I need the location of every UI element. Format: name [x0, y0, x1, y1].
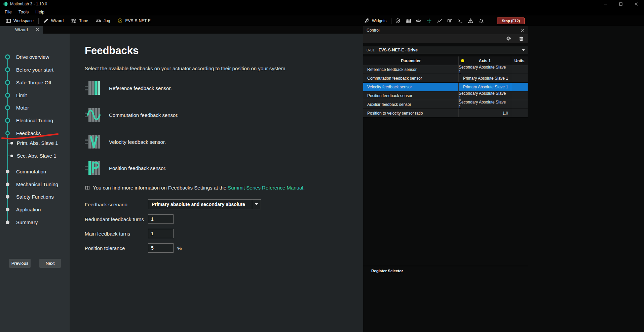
- step-todo-bullet: [6, 195, 9, 199]
- sidebar-item-motor[interactable]: Motor: [0, 103, 70, 112]
- feedback-scenario-label: Feedback scenario: [85, 202, 127, 207]
- move-arrows-icon[interactable]: [424, 16, 434, 25]
- widgets-button[interactable]: Widgets: [361, 16, 390, 25]
- info-text: You can find more information on Feedbac…: [93, 185, 305, 191]
- window-title: MotionLab 3 - 1.10.0: [10, 2, 47, 6]
- shield-check-icon[interactable]: [392, 16, 403, 25]
- sensor-label: Velocity feedback sensor.: [109, 139, 166, 145]
- gear-icon[interactable]: [503, 34, 514, 43]
- stop-button[interactable]: Stop (F12): [497, 17, 525, 24]
- chevron-down-icon: [252, 200, 261, 209]
- previous-button[interactable]: Previous: [9, 259, 31, 268]
- position-sensor-row: Position feedback sensor.: [85, 161, 166, 175]
- position-tolerance-input[interactable]: [148, 243, 174, 253]
- sidebar-item-application[interactable]: Application: [0, 205, 70, 214]
- sidebar-item-safe-torque-off[interactable]: Safe Torque Off: [0, 78, 70, 87]
- tune-button[interactable]: Tune: [67, 16, 92, 25]
- step-todo-bullet: [6, 170, 9, 173]
- sidebar-item-limit[interactable]: Limit: [0, 91, 70, 100]
- parameter-table: Parameter Axis 1 Units Reference feedbac…: [363, 56, 528, 118]
- next-button[interactable]: Next: [39, 259, 61, 268]
- redundant-turns-input[interactable]: [148, 214, 174, 224]
- menu-tools[interactable]: Tools: [15, 9, 32, 15]
- velocity-sensor-row: Velocity feedback sensor.: [85, 134, 166, 149]
- app-logo-icon: [3, 2, 8, 6]
- step-done-bullet: [5, 118, 10, 123]
- wrench-icon: [364, 18, 370, 24]
- step-done-bullet: [5, 54, 10, 59]
- maximize-button[interactable]: [613, 0, 629, 8]
- main-turns-label: Main feedback turns: [85, 231, 130, 237]
- menu-file[interactable]: File: [1, 9, 15, 15]
- table-row[interactable]: Auxiliar feedback sensor Secondary Absol…: [363, 100, 528, 109]
- table-row[interactable]: Reference feedback sensor Secondary Abso…: [363, 65, 528, 74]
- book-icon: [85, 185, 90, 191]
- table-row[interactable]: Position feedback sensor Secondary Absol…: [363, 91, 528, 100]
- sidebar-item-sec-abs-slave-1[interactable]: Sec. Abs. Slave 1: [0, 152, 70, 160]
- jog-gamepad-icon: [96, 18, 101, 24]
- close-button[interactable]: [629, 0, 644, 8]
- column-axis1: Axis 1: [459, 56, 511, 65]
- trash-icon[interactable]: [516, 34, 526, 43]
- table-header-row: Parameter Axis 1 Units: [363, 56, 528, 65]
- jog-button[interactable]: Jog: [92, 16, 114, 25]
- table-row-selected[interactable]: Velocity feedback sensor Primary Absolut…: [363, 83, 528, 91]
- control-panel-dock: Control 0x01 EVS-S-NET-E - Drive Paramet…: [363, 26, 644, 332]
- control-widget-title: Control: [367, 28, 380, 33]
- control-widget-header: Control: [363, 26, 528, 34]
- sidebar-item-before-your-start[interactable]: Before your start: [0, 66, 70, 74]
- register-selector-header[interactable]: Register Selector: [363, 266, 528, 273]
- eye-icon[interactable]: [413, 16, 424, 25]
- sidebar-item-feedbacks[interactable]: Feedbacks: [0, 129, 70, 138]
- step-sub-bullet: [10, 142, 13, 144]
- terminal-icon[interactable]: [455, 16, 465, 25]
- sidebar-item-drive-overview[interactable]: Drive overview: [0, 53, 70, 61]
- table-icon[interactable]: [403, 16, 413, 25]
- sidebar-item-mechanical-tuning[interactable]: Mechanical Tuning: [0, 180, 70, 189]
- main-turns-input[interactable]: [148, 229, 174, 238]
- title-bar: MotionLab 3 - 1.10.0: [0, 0, 644, 8]
- wizard-button[interactable]: Wizard: [40, 16, 67, 25]
- step-sub-bullet: [10, 155, 13, 157]
- toolbar-separator: [38, 18, 39, 24]
- commutation-sensor-row: Commutation feedback sensor.: [85, 108, 179, 122]
- menu-help[interactable]: Help: [32, 9, 48, 15]
- control-widget: Control 0x01 EVS-S-NET-E - Drive Paramet…: [363, 26, 528, 118]
- device-shield-icon: [117, 18, 123, 24]
- sidebar-item-summary[interactable]: Summary: [0, 218, 70, 227]
- table-row[interactable]: Position to velocity sensor ratio 1.0: [363, 109, 528, 118]
- device-id: 0x01: [367, 48, 375, 52]
- bell-icon[interactable]: [476, 16, 486, 25]
- redundant-turns-label: Redundant feedback turns: [85, 216, 144, 222]
- sidebar-item-prim-abs-slave-1[interactable]: Prim. Abs. Slave 1: [0, 139, 70, 148]
- sidebar-item-commutation[interactable]: Commutation: [0, 167, 70, 176]
- device-selector[interactable]: 0x01 EVS-S-NET-E - Drive: [363, 46, 528, 54]
- page-title: Feedbacks: [85, 45, 139, 57]
- toolbar-separator: [391, 18, 391, 24]
- sensor-label: Position feedback sensor.: [109, 165, 166, 171]
- step-done-bullet: [5, 93, 10, 98]
- tab-close-icon[interactable]: [36, 28, 39, 31]
- step-done-bullet: [5, 80, 10, 85]
- feedback-scenario-dropdown[interactable]: Primary absolute and secondary absolute: [148, 199, 261, 209]
- sidebar-item-electrical-tuning[interactable]: Electrical Tuning: [0, 116, 70, 125]
- wizard-pen-icon: [43, 18, 49, 24]
- reference-sensor-row: Reference feedback sensor.: [85, 81, 172, 95]
- minimize-button[interactable]: [598, 0, 613, 8]
- connected-device-button[interactable]: EVS-S-NET-E: [114, 16, 154, 25]
- tab-wizard[interactable]: Wizard: [0, 26, 43, 34]
- device-name: EVS-S-NET-E - Drive: [379, 48, 418, 52]
- axis-status-dot: [461, 59, 464, 62]
- menu-bar: File Tools Help: [0, 8, 644, 15]
- table-row[interactable]: Commutation feedback sensor Primary Abso…: [363, 74, 528, 83]
- app-window: MotionLab 3 - 1.10.0 File Tools Help Wor…: [0, 0, 644, 332]
- control-close-icon[interactable]: [521, 29, 524, 32]
- chart-line-icon[interactable]: [434, 16, 445, 25]
- warning-icon[interactable]: [465, 16, 476, 25]
- reference-manual-link[interactable]: Summit Series Reference Manual: [228, 185, 303, 191]
- position-sensor-icon: [85, 161, 102, 175]
- scope-wave-icon[interactable]: [445, 16, 455, 25]
- sidebar-item-safety-functions[interactable]: Safety Functions: [0, 193, 70, 201]
- workspace-button[interactable]: Workspace: [2, 16, 37, 25]
- step-current-bullet: [5, 131, 10, 135]
